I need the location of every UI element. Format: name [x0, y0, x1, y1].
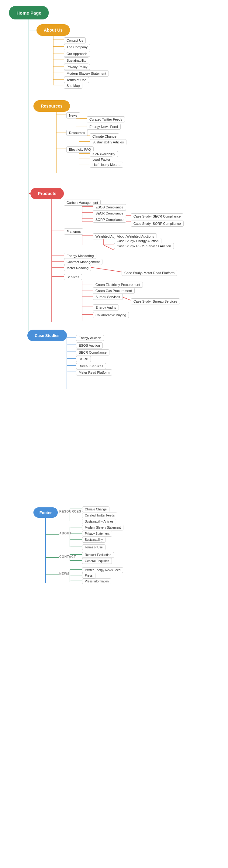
footer-modern-slavery[interactable]: Modern Slavery Statement	[82, 525, 123, 530]
products-services[interactable]: Services	[64, 274, 82, 280]
resources-news[interactable]: News	[66, 113, 80, 119]
products-secr-case[interactable]: Case Study- SECR Compliance	[131, 213, 183, 219]
products-energy-monitoring[interactable]: Energy Monitoring	[64, 253, 96, 259]
footer-news-label: NEWS	[59, 572, 69, 576]
cs-energy-auction[interactable]: Energy Auction	[76, 335, 104, 341]
footer-resources-label: RESOURCES	[59, 510, 81, 513]
cs-sorp[interactable]: SORP	[76, 356, 91, 362]
resources-half-hourly[interactable]: Half-Hourly Meters	[90, 162, 123, 168]
products-contract-mgmt[interactable]: Contract Management	[64, 259, 103, 265]
products-node[interactable]: Products	[30, 188, 64, 199]
products-case-esos-services[interactable]: Case Study- ESOS Services Auction	[114, 243, 174, 249]
footer-climate-change[interactable]: Climate Change	[82, 506, 109, 512]
cs-esos-auction[interactable]: ESOS Auction	[76, 342, 103, 348]
footer-twitter-energy-news[interactable]: Twitter Energy News Feed	[82, 567, 123, 573]
products-sorp-compliance[interactable]: SORP Compliance	[93, 217, 126, 223]
svg-line-47	[103, 245, 114, 250]
products-secr-compliance[interactable]: SECR Compliance	[93, 210, 126, 216]
footer-sustainability[interactable]: Sustainability	[82, 537, 106, 542]
footer-general-enquiries[interactable]: General Enquiries	[82, 558, 112, 564]
cs-secr-compliance[interactable]: SECR Compliance	[76, 349, 109, 355]
cs-bureau-services[interactable]: Bureau Services	[76, 363, 106, 369]
footer-curated-twitter[interactable]: Curated Twitter Feeds	[82, 513, 117, 518]
products-green-gas[interactable]: Green Gas Procurement	[93, 288, 135, 294]
resources-climate-change[interactable]: Climate Change	[90, 133, 119, 140]
products-bureau-case[interactable]: Case Study- Bureau Services	[131, 298, 180, 304]
footer-request-evaluation[interactable]: Request Evaluation	[82, 552, 114, 558]
home-page-node[interactable]: Home Page	[9, 6, 49, 20]
footer-about-label: ABOUT	[59, 532, 72, 535]
products-energy-audits[interactable]: Energy Audits	[93, 304, 119, 310]
resources-kva[interactable]: KVA Availability	[90, 151, 118, 157]
about-contact-us[interactable]: Contact Us	[64, 37, 86, 43]
about-privacy-policy[interactable]: Privacy Policy	[64, 64, 90, 70]
footer-press[interactable]: Press	[82, 573, 95, 579]
resources-resources[interactable]: Resources	[66, 130, 88, 136]
resources-curated-twitter[interactable]: Curated Twitter Feeds	[87, 116, 125, 122]
products-sorp-case[interactable]: Case Study- SORP Compliance	[131, 221, 183, 227]
footer-node[interactable]: Footer	[33, 507, 58, 518]
about-the-company[interactable]: The Company	[64, 44, 90, 50]
products-meter-reading[interactable]: Meter Reading	[64, 265, 91, 271]
footer-contact-label: CONTACT	[59, 555, 76, 558]
resources-node[interactable]: Resources	[33, 100, 70, 112]
svg-line-51	[91, 267, 122, 272]
products-platforms[interactable]: Platforms	[64, 228, 83, 235]
resources-sustainability-articles[interactable]: Sustainability Articles	[90, 139, 126, 145]
footer-terms-of-use[interactable]: Terms of Use	[82, 545, 106, 550]
products-meter-case[interactable]: Case Study- Meter Read Platform	[122, 270, 177, 276]
products-green-elec[interactable]: Green Electricity Procurement	[93, 282, 143, 288]
about-our-approach[interactable]: Our Approach	[64, 51, 90, 57]
footer-sustainability-articles[interactable]: Sustainability Articles	[82, 519, 116, 524]
products-collab-buying[interactable]: Collaborative Buying	[93, 312, 129, 318]
products-bureau-services[interactable]: Bureau Services	[93, 294, 123, 300]
about-sustainability[interactable]: Sustainability	[64, 57, 89, 63]
about-us-node[interactable]: About Us	[36, 24, 70, 36]
footer-press-information[interactable]: Press Information	[82, 579, 111, 584]
about-modern-slavery[interactable]: Modern Slavery Statement	[64, 70, 109, 76]
cs-meter-read-platform[interactable]: Meter Read Platform	[76, 369, 112, 375]
footer-privacy-statement[interactable]: Privacy Statement	[82, 531, 112, 536]
about-terms-of-use[interactable]: Terms of Use	[64, 77, 89, 83]
resources-energy-news-feed[interactable]: Energy News Feed	[87, 124, 121, 130]
products-esos-compliance[interactable]: ESOS Compliance	[93, 204, 126, 210]
case-studies-node[interactable]: Case Studies	[27, 330, 67, 341]
about-site-map[interactable]: Site Map	[64, 83, 82, 89]
